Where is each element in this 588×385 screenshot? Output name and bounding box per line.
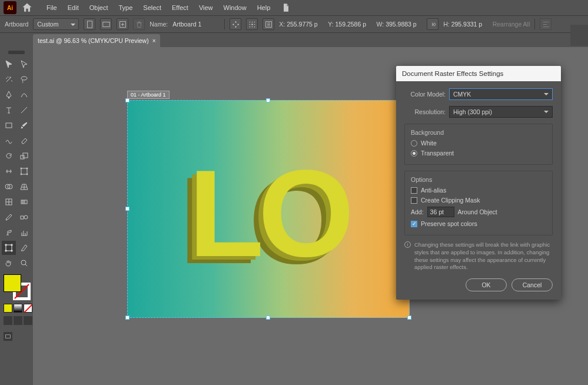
- artboard-tool[interactable]: [2, 241, 16, 255]
- color-mode-icon[interactable]: [4, 304, 12, 313]
- line-tool[interactable]: [17, 103, 31, 117]
- y-input[interactable]: [335, 21, 371, 28]
- y-field: Y:: [328, 21, 371, 28]
- fill-stroke-swatch[interactable]: [4, 274, 29, 300]
- eyedropper-tool[interactable]: [2, 210, 16, 224]
- artboard-options-button[interactable]: [263, 18, 274, 30]
- panel-handle[interactable]: [8, 51, 25, 54]
- mesh-tool[interactable]: [2, 195, 16, 209]
- lasso-tool[interactable]: [17, 72, 31, 87]
- rearrange-all-button[interactable]: Rearrange All: [493, 21, 530, 28]
- new-artboard-button[interactable]: [117, 18, 128, 30]
- graph-tool[interactable]: [17, 225, 31, 240]
- eraser-tool[interactable]: [17, 134, 31, 148]
- dialog-warning: i Changing these settings will break the…: [404, 241, 553, 271]
- rotate-tool[interactable]: [2, 149, 16, 163]
- name-label: Name:: [150, 21, 168, 28]
- paintbrush-tool[interactable]: [17, 118, 31, 132]
- menu-select[interactable]: Select: [138, 0, 167, 15]
- preset-dropdown[interactable]: Custom: [33, 18, 79, 30]
- add-around-row: Add: Around Object: [411, 207, 546, 217]
- svg-point-9: [249, 26, 250, 27]
- link-wh-toggle[interactable]: [427, 18, 438, 30]
- draw-normal-icon[interactable]: [4, 316, 12, 325]
- add-value-input[interactable]: [427, 207, 454, 217]
- menu-window[interactable]: Window: [218, 0, 252, 15]
- rectangle-tool[interactable]: [2, 118, 16, 132]
- shape-builder-tool[interactable]: [2, 180, 16, 194]
- background-transparent-radio[interactable]: Transparent: [411, 150, 546, 157]
- checkbox-icon: [411, 221, 417, 227]
- blend-tool[interactable]: [17, 210, 31, 224]
- menu-effect[interactable]: Effect: [167, 0, 194, 15]
- right-panel-strip[interactable]: [570, 25, 588, 46]
- menu-edit[interactable]: Edit: [62, 0, 84, 15]
- close-tab-icon[interactable]: ×: [152, 38, 156, 44]
- hand-tool[interactable]: [2, 256, 16, 270]
- landscape-button[interactable]: [100, 18, 112, 30]
- menu-help[interactable]: Help: [252, 0, 276, 15]
- delete-artboard-button[interactable]: [133, 18, 145, 30]
- clipping-mask-checkbox[interactable]: Create Clipping Mask: [411, 197, 546, 204]
- checkbox-label: Anti-alias: [421, 187, 446, 194]
- scale-tool[interactable]: [17, 149, 31, 163]
- menu-view[interactable]: View: [194, 0, 218, 15]
- handle-tl[interactable]: [125, 98, 129, 102]
- share-doc-icon[interactable]: [281, 3, 291, 12]
- handle-bm[interactable]: [266, 316, 270, 320]
- color-model-dropdown[interactable]: CMYK: [449, 88, 553, 100]
- portrait-button[interactable]: [84, 18, 95, 30]
- background-white-radio[interactable]: White: [411, 140, 546, 147]
- move-artwork-toggle[interactable]: [230, 18, 241, 30]
- handle-ml[interactable]: [125, 207, 129, 211]
- h-input[interactable]: [451, 21, 488, 28]
- menu-object[interactable]: Object: [84, 0, 114, 15]
- dialog-titlebar[interactable]: Document Raster Effects Settings: [396, 66, 561, 81]
- align-icon[interactable]: [540, 18, 552, 30]
- shaper-tool[interactable]: [2, 134, 16, 148]
- handle-br[interactable]: [407, 316, 411, 320]
- document-tab[interactable]: test.ai @ 96.63 % (CMYK/CPU Preview) ×: [33, 34, 160, 47]
- radio-label: White: [421, 140, 437, 147]
- w-input[interactable]: [386, 21, 422, 28]
- artboard-name-input[interactable]: [172, 21, 220, 28]
- curvature-tool[interactable]: [17, 88, 31, 102]
- perspective-tool[interactable]: [17, 180, 31, 194]
- gradient-mode-icon[interactable]: [14, 304, 22, 313]
- draw-inside-icon[interactable]: [24, 316, 32, 325]
- options-group-title: Options: [411, 176, 546, 183]
- zoom-tool[interactable]: [17, 256, 31, 270]
- artboard-tag[interactable]: 01 - Artboard 1: [127, 91, 170, 99]
- none-mode-icon[interactable]: [24, 304, 32, 313]
- antialias-checkbox[interactable]: Anti-alias: [411, 187, 546, 194]
- add-label: Add:: [411, 208, 424, 215]
- menu-file[interactable]: File: [41, 0, 62, 15]
- preserve-spot-checkbox[interactable]: Preserve spot colors: [411, 220, 546, 227]
- menu-type[interactable]: Type: [114, 0, 138, 15]
- type-tool[interactable]: [2, 103, 16, 117]
- artboard-bounds[interactable]: LO 01 - Artboard 1: [127, 100, 410, 318]
- fill-swatch[interactable]: [4, 274, 21, 292]
- handle-tm[interactable]: [266, 98, 270, 102]
- x-input[interactable]: [287, 21, 323, 28]
- symbol-sprayer-tool[interactable]: [2, 225, 16, 240]
- handle-bl[interactable]: [125, 316, 129, 320]
- checkbox-icon: [411, 187, 417, 194]
- reference-point-icon[interactable]: [246, 18, 258, 30]
- pen-tool[interactable]: [2, 88, 16, 102]
- magic-wand-tool[interactable]: [2, 72, 16, 87]
- svg-rect-29: [6, 245, 12, 251]
- ok-button[interactable]: OK: [466, 278, 507, 291]
- gradient-tool[interactable]: [17, 195, 31, 209]
- resolution-dropdown[interactable]: High (300 ppi): [449, 106, 553, 118]
- free-transform-tool[interactable]: [17, 164, 31, 178]
- width-tool[interactable]: [2, 164, 16, 178]
- home-icon[interactable]: [21, 2, 33, 14]
- slice-tool[interactable]: [17, 241, 31, 255]
- cancel-button[interactable]: Cancel: [511, 278, 553, 291]
- draw-behind-icon[interactable]: [14, 316, 22, 325]
- direct-selection-tool[interactable]: [17, 57, 31, 71]
- screen-mode-button[interactable]: [4, 332, 12, 341]
- selection-tool[interactable]: [2, 57, 16, 71]
- svg-rect-18: [21, 168, 27, 174]
